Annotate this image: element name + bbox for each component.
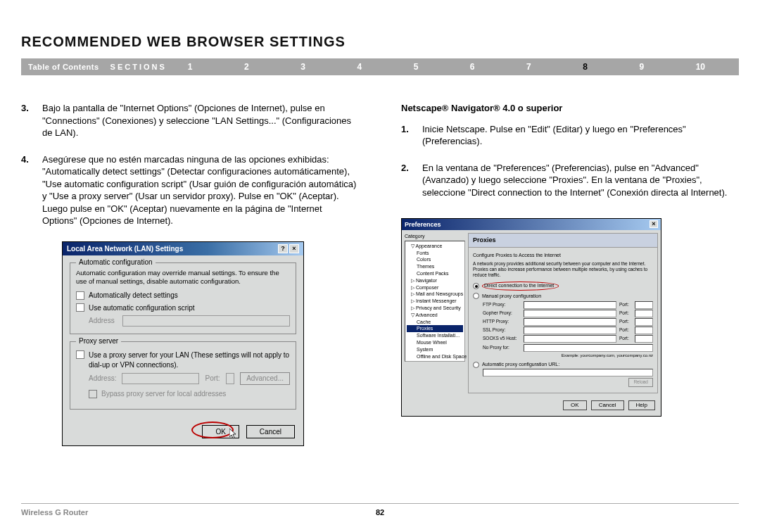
- ns-help-button[interactable]: Help: [628, 400, 655, 411]
- tree-item[interactable]: Proxies: [407, 325, 463, 332]
- proxy-field-input[interactable]: [524, 318, 616, 326]
- para-text-1: Inicie Netscape. Pulse en "Edit" (Editar…: [422, 123, 739, 148]
- proxy-port-input[interactable]: [226, 373, 235, 384]
- para-num-2: 2.: [401, 162, 422, 199]
- page-title: RECOMMENDED WEB BROWSER SETTINGS: [21, 34, 739, 50]
- tree-item[interactable]: Software Installati...: [407, 332, 463, 339]
- proxy-row: SOCKS v5 Host:Port:: [483, 335, 653, 343]
- nav-toc[interactable]: Table of Contents: [21, 63, 110, 71]
- footer-page-number: 82: [376, 508, 384, 517]
- proxy-fields: FTP Proxy:Port:Gopher Proxy:Port:HTTP Pr…: [483, 301, 653, 343]
- nav-section-6[interactable]: 6: [470, 62, 475, 72]
- address-input[interactable]: [122, 315, 290, 327]
- nav-bar: Table of Contents SECTIONS 12345678910: [21, 58, 739, 75]
- use-proxy-checkbox[interactable]: [76, 350, 84, 359]
- ns-ok-button[interactable]: OK: [563, 400, 587, 411]
- auto-config-desc: Automatic configuration may override man…: [76, 269, 290, 285]
- tree-item[interactable]: Offline and Disk Space: [407, 353, 463, 360]
- noproxy-label: No Proxy for:: [483, 345, 521, 351]
- tree-item[interactable]: System: [407, 346, 463, 353]
- ns-titlebar: Preferences ×: [402, 219, 661, 230]
- proxy-row: FTP Proxy:Port:: [483, 301, 653, 309]
- proxy-field-label: SSL Proxy:: [483, 327, 521, 334]
- address-label: Address: [89, 316, 117, 326]
- tree-item[interactable]: Mouse Wheel: [407, 339, 463, 346]
- tree-item[interactable]: Themes: [407, 263, 463, 270]
- nav-section-2[interactable]: 2: [244, 62, 249, 72]
- tree-item[interactable]: ▷ Mail and Newsgroups: [407, 291, 463, 298]
- right-column: Netscape® Navigator® 4.0 o superior 1. I…: [401, 102, 739, 446]
- tree-item[interactable]: Fonts: [407, 250, 463, 257]
- help-icon[interactable]: ?: [278, 244, 288, 253]
- ok-button-label: OK: [215, 428, 225, 436]
- direct-connection-radio[interactable]: [473, 283, 479, 289]
- nav-section-1[interactable]: 1: [188, 62, 193, 72]
- advanced-button[interactable]: Advanced...: [240, 372, 290, 385]
- tree-item[interactable]: Cache: [407, 319, 463, 326]
- ns-right-panel: Proxies Configure Proxies to Access the …: [468, 233, 658, 393]
- reload-button[interactable]: Reload: [628, 378, 653, 387]
- auto-detect-checkbox[interactable]: [76, 291, 84, 300]
- tree-item[interactable]: ▷ Instant Messenger: [407, 298, 463, 305]
- proxy-field-label: SOCKS v5 Host:: [483, 336, 521, 342]
- proxy-field-input[interactable]: [524, 335, 616, 343]
- manual-proxy-radio[interactable]: [473, 293, 479, 299]
- lan-titlebar: Local Area Network (LAN) Settings ? ×: [63, 242, 303, 256]
- category-tree[interactable]: ▽ AppearanceFontsColorsThemesContent Pac…: [405, 241, 465, 362]
- auto-script-label: Use automatic configuration script: [89, 303, 195, 313]
- nav-section-9[interactable]: 9: [639, 62, 644, 72]
- manual-proxy-label: Manual proxy configuration: [482, 293, 541, 299]
- proxy-field-input[interactable]: [524, 327, 616, 334]
- proxy-port-input[interactable]: [635, 301, 653, 309]
- example-text: Example: yourcompany.com, yourcompany.co…: [473, 353, 653, 358]
- tree-item[interactable]: ▷ Composer: [407, 284, 463, 291]
- tree-item[interactable]: ▽ Appearance: [407, 243, 463, 250]
- nav-section-10[interactable]: 10: [696, 62, 705, 72]
- para-text-4: Asegúrese que no estén marcadas ninguna …: [42, 153, 359, 227]
- page-footer: Wireless G Router 82: [21, 503, 739, 517]
- close-icon[interactable]: ×: [289, 244, 299, 253]
- proxy-port-input[interactable]: [635, 310, 653, 317]
- proxy-port-input[interactable]: [635, 318, 653, 326]
- netscape-prefs-dialog: Preferences × Category ▽ AppearanceFonts…: [401, 218, 661, 417]
- proxy-port-label: Port:: [619, 327, 632, 334]
- nav-section-4[interactable]: 4: [357, 62, 362, 72]
- proxy-address-label: Address:: [89, 374, 116, 384]
- ok-button[interactable]: OK: [202, 425, 239, 439]
- proxy-address-input[interactable]: [122, 373, 199, 384]
- tree-item[interactable]: ▽ Advanced: [407, 312, 463, 319]
- nav-section-8[interactable]: 8: [583, 62, 588, 72]
- cursor-icon: [229, 429, 238, 440]
- direct-highlight-circle: Direct connection to the Internet: [482, 281, 559, 290]
- category-label: Category: [405, 233, 465, 239]
- ns-cancel-button[interactable]: Cancel: [591, 400, 624, 411]
- tree-item[interactable]: Colors: [407, 256, 463, 263]
- auto-script-checkbox[interactable]: [76, 303, 84, 312]
- proxy-port-input[interactable]: [635, 327, 653, 334]
- tree-item[interactable]: ▷ Privacy and Security: [407, 305, 463, 312]
- nav-section-5[interactable]: 5: [414, 62, 419, 72]
- proxies-heading: Proxies: [468, 233, 658, 247]
- proxy-fieldset: Proxy server Use a proxy server for your…: [70, 341, 296, 410]
- proxies-desc: Configure Proxies to Access the Internet: [473, 252, 653, 258]
- tree-item[interactable]: ▷ Navigator: [407, 277, 463, 284]
- bypass-checkbox[interactable]: [89, 390, 97, 398]
- tree-item[interactable]: Content Packs: [407, 270, 463, 277]
- cancel-button[interactable]: Cancel: [246, 425, 295, 439]
- proxy-field-input[interactable]: [524, 310, 616, 317]
- noproxy-input[interactable]: [524, 344, 653, 352]
- auto-url-input[interactable]: [483, 369, 653, 376]
- use-proxy-label: Use a proxy server for your LAN (These s…: [89, 350, 290, 369]
- nav-section-7[interactable]: 7: [526, 62, 531, 72]
- proxy-row: HTTP Proxy:Port:: [483, 318, 653, 326]
- auto-config-fieldset: Automatic configuration Automatic config…: [70, 262, 296, 334]
- proxy-legend: Proxy server: [76, 336, 121, 346]
- auto-url-radio[interactable]: [473, 362, 479, 368]
- proxy-field-input[interactable]: [524, 301, 616, 309]
- para-num-4: 4.: [21, 153, 42, 227]
- nav-section-3[interactable]: 3: [300, 62, 305, 72]
- proxy-port-input[interactable]: [635, 335, 653, 343]
- lan-title-text: Local Area Network (LAN) Settings: [67, 244, 183, 254]
- para-text-3: Bajo la pantalla de "Internet Options" (…: [42, 102, 359, 139]
- close-icon[interactable]: ×: [650, 220, 658, 228]
